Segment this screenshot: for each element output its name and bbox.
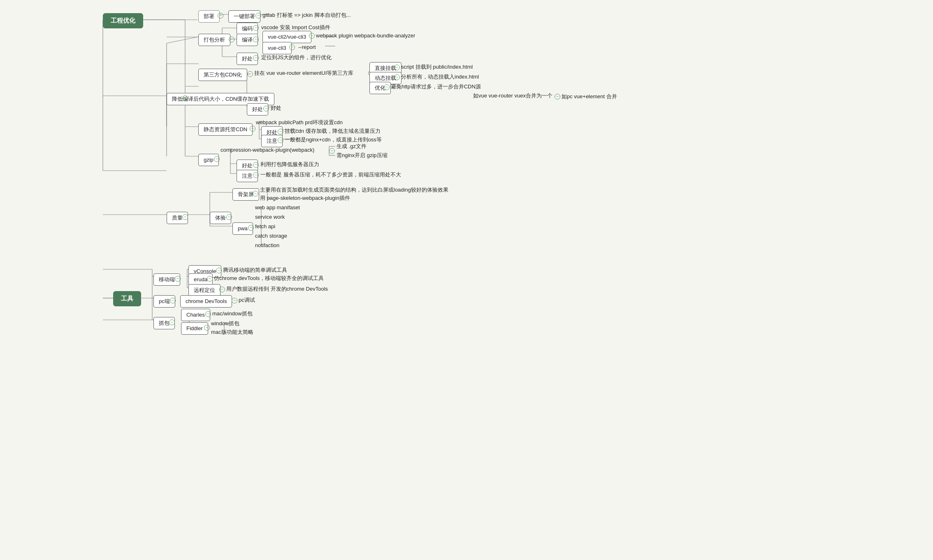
node-skeleton-label: 骨架屏: [238, 191, 254, 197]
node-dynamic-load-label: 动态挂载: [375, 75, 396, 81]
minus-deploy-btn[interactable]: −: [255, 13, 261, 19]
root-engineering-label: 工程优化: [111, 17, 135, 24]
minus-remote[interactable]: −: [219, 287, 225, 292]
node-deploy: 部署: [198, 10, 220, 23]
minus-static-cdn[interactable]: −: [250, 126, 255, 132]
root-tools: 工具: [113, 291, 141, 306]
node-third-cdn-label: 第三方包CDN化: [204, 72, 242, 78]
minus-benefit1[interactable]: −: [253, 55, 259, 61]
node-merge-libs-desc: 如pc vue+element 合并: [562, 93, 617, 101]
minus-benefit-cdn[interactable]: −: [263, 106, 269, 111]
node-chrome-devtools: chrome DevTools: [180, 295, 232, 308]
node-benefit-gzip-desc: 利用打包降低服务器压力: [260, 160, 319, 169]
node-notifaction: notifaction: [255, 241, 279, 250]
node-vconsole-desc: 腾讯移动端的简单调试工具: [223, 266, 287, 275]
node-benefit-cdn-label: 好处: [252, 106, 263, 112]
minus-note-static[interactable]: −: [278, 137, 283, 143]
node-webpack-path: webpack publicPath prd环境设置cdn: [256, 118, 343, 127]
node-deploy-label: 部署: [204, 13, 214, 19]
node-skeleton-desc: 主要用在首页加载时生成页面类似的结构，达到比白屏或loading较好的体验效果: [260, 186, 448, 194]
node-pc-label: pc端: [159, 298, 170, 304]
minus-benefit-gzip[interactable]: −: [253, 162, 259, 168]
node-web-app-manifest: web app manifaset: [255, 204, 300, 212]
node-fiddler-label: Fiddler: [186, 325, 203, 331]
node-pwa-label: pwa: [238, 225, 248, 231]
minus-merge-libs[interactable]: −: [555, 94, 560, 100]
node-benefit1-desc: 定位到JS大的组件，进行优化: [261, 53, 332, 62]
node-fiddler-window: window抓包: [211, 319, 239, 328]
node-catch-storage: catch storage: [255, 232, 287, 241]
node-benefit-static-label: 好处: [267, 129, 277, 135]
node-compression-plugin: compression-webpack-plugin(webpack): [220, 146, 314, 155]
node-static-cdn: 静态资源托管CDN: [198, 123, 253, 136]
node-compile-tool1-label: vue-cli2/vue-cli3: [268, 34, 306, 40]
minus-deploy[interactable]: −: [218, 13, 223, 19]
minus-optimize[interactable]: −: [384, 84, 390, 90]
minus-mobile[interactable]: −: [175, 276, 181, 282]
node-quality-label: 质量: [172, 215, 183, 221]
node-compile-tool2: vue-cli3: [262, 42, 292, 54]
minus-direct-load[interactable]: −: [394, 65, 400, 70]
root-engineering: 工程优化: [103, 13, 143, 28]
minus-experience[interactable]: −: [226, 214, 232, 220]
node-third-cdn: 第三方包CDN化: [198, 69, 247, 81]
minus-capture[interactable]: −: [169, 319, 175, 325]
minus-compile[interactable]: −: [253, 37, 259, 42]
node-gen-gz: 生成 .gz文件: [337, 142, 367, 151]
node-encode-label: 编码: [242, 25, 253, 32]
node-eruda-label: eruda: [194, 276, 207, 282]
minus-third-cdn[interactable]: −: [247, 71, 253, 77]
node-deploy-btn-label: 一键部署: [234, 13, 255, 19]
root-tools-label: 工具: [121, 295, 133, 302]
node-charles-desc: mac/window抓包: [212, 310, 253, 318]
node-capture-label: 抓包: [159, 320, 169, 326]
node-compile-tool2-label: vue-cli3: [268, 45, 286, 51]
minus-pc[interactable]: −: [170, 298, 176, 303]
minus-note-gzip[interactable]: −: [253, 172, 259, 178]
minus-fiddler[interactable]: −: [204, 325, 210, 331]
node-direct-load-label: 直接挂载: [375, 65, 396, 71]
node-charles-label: Charles: [186, 312, 205, 318]
node-note-static-label: 注意: [267, 138, 277, 144]
node-remote: 远程定位: [188, 284, 220, 296]
minus-skeleton[interactable]: −: [253, 191, 258, 197]
node-experience-label: 体验: [215, 215, 226, 221]
minus-chrome-devtools[interactable]: −: [232, 298, 237, 303]
minus-dynamic-load[interactable]: −: [394, 74, 400, 80]
node-note-gzip-label: 注意: [242, 173, 253, 179]
minus-performance[interactable]: −: [182, 95, 188, 101]
node-optimize-desc: 避免http请求过多，进一步合并CDN源: [391, 83, 481, 91]
node-compile-label: 编译: [242, 37, 253, 43]
node-note-static-desc: 一般都是nginx+cdn，或直接上传到oss等: [285, 136, 382, 144]
node-compile-desc2: --report: [298, 43, 316, 52]
node-fiddler-mac: mac版功能太简略: [211, 328, 253, 337]
minus-charles[interactable]: −: [205, 311, 211, 317]
minus-eruda[interactable]: −: [207, 276, 213, 282]
node-dynamic-load-desc: 分析所有，动态挂载入index.html: [401, 73, 479, 81]
minus-pwa[interactable]: −: [248, 225, 254, 231]
minus-compression[interactable]: −: [329, 148, 335, 154]
node-hang-libs: 挂在 vue vue-router elementUI等第三方库: [254, 69, 353, 78]
node-gzip-label: gzip: [204, 157, 214, 163]
svg-line-22: [167, 37, 197, 43]
minus-benefit-static[interactable]: −: [278, 129, 283, 134]
node-compile-desc1: webpack plugin webpack-bundle-analyzer: [316, 32, 415, 40]
minus-vconsole[interactable]: −: [216, 268, 222, 273]
node-benefit-gzip-label: 好处: [242, 162, 253, 169]
node-pack-analysis-label: 打包分析: [204, 37, 225, 43]
node-skeleton-plugin: 用 page-skeleton-webpack-plugin插件: [260, 194, 350, 203]
minus-gzip[interactable]: −: [214, 156, 220, 162]
node-benefit-static-desc: 挂载cdn 缓存加载，降低主域名流量压力: [285, 127, 381, 136]
minus-compile-tool2[interactable]: −: [289, 44, 295, 50]
node-note-gzip-desc: 一般都是 服务器压缩，耗不了多少资源，前端压缩用处不大: [260, 171, 401, 179]
minus-encode[interactable]: −: [253, 25, 259, 31]
node-service-work: service work: [255, 213, 285, 222]
node-fetch-api: fetch api: [255, 222, 275, 231]
node-static-cdn-label: 静态资源托管CDN: [204, 126, 247, 132]
node-pack-analysis: 打包分析: [198, 34, 230, 46]
minus-quality[interactable]: −: [182, 214, 188, 220]
minus-pack-analysis[interactable]: −: [229, 37, 234, 42]
minus-compile-tool1[interactable]: −: [309, 33, 315, 39]
node-compile-tool1: vue-cli2/vue-cli3: [262, 31, 311, 43]
node-direct-load-desc: script 挂载到 public/index.html: [401, 63, 473, 72]
